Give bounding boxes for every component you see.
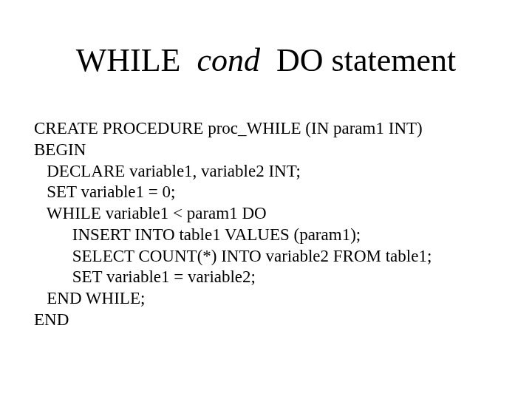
- slide-title: WHILE cond DO statement: [0, 41, 532, 79]
- code-line: CREATE PROCEDURE proc_WHILE (IN param1 I…: [34, 119, 423, 137]
- title-while: WHILE: [76, 42, 181, 78]
- code-line: BEGIN: [34, 140, 86, 159]
- slide: WHILE cond DO statement CREATE PROCEDURE…: [0, 0, 532, 399]
- code-line: DECLARE variable1, variable2 INT;: [34, 162, 301, 180]
- code-line: SELECT COUNT(*) INTO variable2 FROM tabl…: [34, 247, 432, 265]
- code-line: SET variable1 = 0;: [34, 183, 175, 201]
- code-line: INSERT INTO table1 VALUES (param1);: [34, 225, 361, 244]
- code-line: WHILE variable1 < param1 DO: [34, 204, 267, 222]
- code-line: SET variable1 = variable2;: [34, 267, 256, 286]
- title-do-statement: DO statement: [276, 42, 456, 78]
- code-line: END WHILE;: [34, 289, 145, 307]
- code-line: END: [34, 310, 69, 329]
- title-cond: cond: [197, 42, 261, 78]
- code-block: CREATE PROCEDURE proc_WHILE (IN param1 I…: [34, 118, 432, 331]
